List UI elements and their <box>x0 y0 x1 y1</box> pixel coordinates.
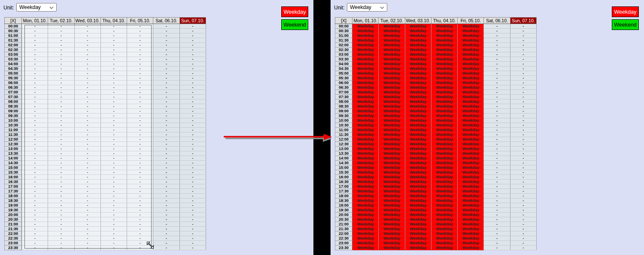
schedule-cell[interactable]: - <box>179 165 206 170</box>
schedule-cell[interactable]: - <box>510 151 536 156</box>
schedule-cell[interactable]: - <box>74 161 100 165</box>
schedule-cell[interactable]: - <box>179 62 206 66</box>
schedule-cell[interactable]: - <box>22 194 48 198</box>
schedule-cell[interactable]: Weekday <box>431 147 457 151</box>
schedule-cell[interactable]: - <box>74 227 100 231</box>
schedule-cell[interactable]: - <box>510 246 536 250</box>
schedule-cell[interactable]: - <box>100 227 127 231</box>
schedule-cell[interactable]: - <box>74 246 100 250</box>
schedule-cell[interactable]: - <box>74 48 100 52</box>
schedule-cell[interactable]: Weekday <box>405 66 431 71</box>
schedule-cell[interactable]: - <box>510 24 536 29</box>
schedule-cell[interactable]: Weekday <box>352 170 379 175</box>
schedule-cell[interactable]: - <box>179 90 206 95</box>
schedule-cell[interactable]: - <box>74 104 100 109</box>
schedule-cell[interactable]: - <box>510 161 536 165</box>
schedule-cell[interactable]: - <box>127 109 153 114</box>
schedule-cell[interactable]: Weekday <box>379 109 405 114</box>
schedule-cell[interactable]: - <box>48 231 74 236</box>
schedule-cell[interactable]: Weekday <box>379 104 405 109</box>
schedule-cell[interactable]: - <box>100 147 127 151</box>
schedule-cell[interactable]: - <box>100 132 127 137</box>
schedule-cell[interactable]: - <box>484 213 510 217</box>
schedule-cell[interactable]: Weekday <box>379 66 405 71</box>
schedule-cell[interactable]: - <box>74 236 100 241</box>
schedule-cell[interactable]: - <box>179 151 206 156</box>
schedule-cell[interactable]: Weekday <box>379 29 405 33</box>
schedule-cell[interactable]: - <box>510 175 536 180</box>
schedule-cell[interactable]: - <box>510 66 536 71</box>
schedule-cell[interactable]: - <box>127 203 153 208</box>
schedule-cell[interactable]: Weekday <box>431 175 457 180</box>
schedule-cell[interactable]: - <box>22 198 48 203</box>
schedule-cell[interactable]: Weekday <box>431 76 457 81</box>
schedule-cell[interactable]: Weekday <box>458 114 484 118</box>
schedule-cell[interactable]: - <box>510 38 536 43</box>
schedule-cell[interactable]: Weekday <box>352 29 379 33</box>
schedule-cell[interactable]: - <box>510 236 536 241</box>
schedule-cell[interactable]: Weekday <box>379 165 405 170</box>
schedule-cell[interactable]: Weekday <box>431 71 457 76</box>
schedule-cell[interactable]: - <box>74 208 100 213</box>
schedule-cell[interactable]: Weekday <box>431 231 457 236</box>
schedule-cell[interactable]: Weekday <box>458 227 484 231</box>
schedule-cell[interactable]: Weekday <box>352 62 379 66</box>
schedule-cell[interactable]: - <box>100 208 127 213</box>
schedule-cell[interactable]: Weekday <box>405 170 431 175</box>
schedule-cell[interactable]: Weekday <box>405 29 431 33</box>
schedule-cell[interactable]: Weekday <box>379 123 405 128</box>
schedule-cell[interactable]: - <box>22 132 48 137</box>
schedule-cell[interactable]: Weekday <box>379 161 405 165</box>
schedule-cell[interactable]: - <box>484 170 510 175</box>
schedule-cell[interactable]: - <box>484 114 510 118</box>
schedule-cell[interactable]: - <box>153 66 179 71</box>
schedule-cell[interactable]: - <box>74 222 100 227</box>
schedule-cell[interactable]: - <box>484 151 510 156</box>
schedule-cell[interactable]: Weekday <box>431 208 457 213</box>
schedule-cell[interactable]: Weekday <box>352 104 379 109</box>
schedule-cell[interactable]: Weekday <box>352 33 379 38</box>
schedule-cell[interactable]: Weekday <box>352 241 379 246</box>
schedule-cell[interactable]: - <box>48 95 74 99</box>
schedule-cell[interactable]: - <box>100 99 127 104</box>
schedule-cell[interactable]: - <box>484 85 510 90</box>
schedule-cell[interactable]: - <box>127 137 153 142</box>
schedule-cell[interactable]: Weekday <box>405 99 431 104</box>
schedule-cell[interactable]: Weekday <box>379 71 405 76</box>
schedule-cell[interactable]: Weekday <box>352 76 379 81</box>
schedule-cell[interactable]: - <box>100 123 127 128</box>
schedule-cell[interactable]: - <box>100 161 127 165</box>
schedule-cell[interactable]: Weekday <box>431 24 457 29</box>
schedule-cell[interactable]: Weekday <box>405 161 431 165</box>
schedule-cell[interactable]: Weekday <box>405 52 431 57</box>
schedule-cell[interactable]: Weekday <box>458 95 484 99</box>
schedule-cell[interactable]: - <box>127 180 153 184</box>
schedule-cell[interactable]: - <box>179 213 206 217</box>
schedule-cell[interactable]: - <box>510 29 536 33</box>
schedule-cell[interactable]: Weekday <box>379 208 405 213</box>
schedule-cell[interactable]: - <box>153 231 179 236</box>
schedule-cell[interactable]: - <box>74 151 100 156</box>
schedule-cell[interactable]: - <box>22 156 48 161</box>
schedule-cell[interactable]: Weekday <box>458 246 484 250</box>
schedule-cell[interactable]: Weekday <box>458 132 484 137</box>
schedule-cell[interactable]: - <box>153 52 179 57</box>
schedule-cell[interactable]: - <box>22 52 48 57</box>
schedule-cell[interactable]: - <box>484 137 510 142</box>
schedule-cell[interactable]: - <box>127 198 153 203</box>
schedule-cell[interactable]: - <box>153 203 179 208</box>
schedule-cell[interactable]: - <box>74 90 100 95</box>
schedule-cell[interactable]: - <box>153 90 179 95</box>
schedule-cell[interactable]: - <box>127 71 153 76</box>
schedule-cell[interactable]: Weekday <box>405 147 431 151</box>
schedule-cell[interactable]: Weekday <box>405 114 431 118</box>
schedule-cell[interactable]: - <box>179 161 206 165</box>
schedule-cell[interactable]: Weekday <box>431 227 457 231</box>
schedule-cell[interactable]: Weekday <box>405 118 431 123</box>
schedule-cell[interactable]: - <box>484 161 510 165</box>
schedule-cell[interactable]: Weekday <box>431 43 457 48</box>
schedule-cell[interactable]: - <box>74 128 100 132</box>
schedule-cell[interactable]: - <box>153 43 179 48</box>
schedule-cell[interactable]: Weekday <box>405 213 431 217</box>
schedule-cell[interactable]: - <box>74 180 100 184</box>
